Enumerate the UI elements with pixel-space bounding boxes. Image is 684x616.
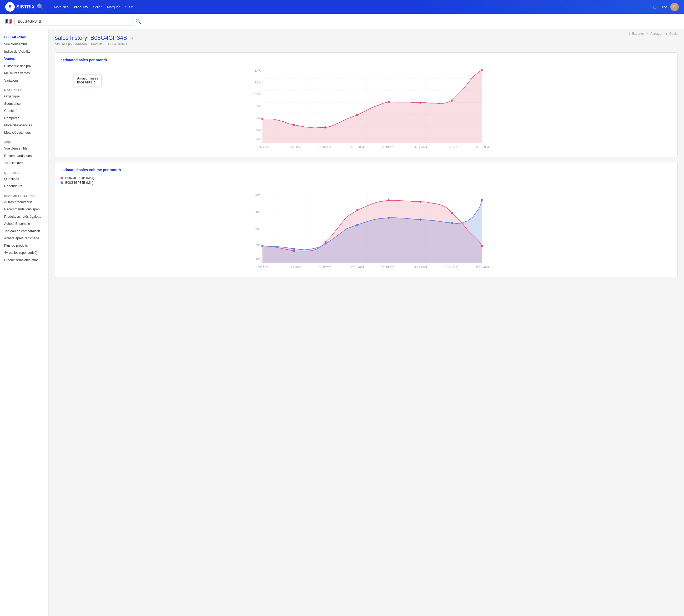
chart2-xlabel-5: 25.10.2023	[382, 266, 395, 269]
chart1-ylabel-400: 400	[256, 128, 260, 131]
chart2-blue-point	[451, 222, 453, 224]
chart2-blue-point	[293, 248, 295, 250]
main-header: S SISTRIX 🔍 Mots-clés Produits Seller Ma…	[0, 0, 684, 14]
sidebar-item-comparer[interactable]: Comparer	[0, 115, 48, 122]
logo-icon: S	[5, 2, 15, 12]
sidebar-item-recommandations[interactable]: Recommandations	[0, 152, 48, 160]
page-header: sales history: B08G4GP34B ↗ ⇓ Exporter <…	[55, 35, 678, 50]
nav-plus[interactable]: Plus ▾	[123, 4, 133, 10]
sidebar-section-top: B08G4GP34B Vue d'ensemble Indice de Visi…	[0, 34, 48, 84]
chart1-xlabel-3: 01.10.2023	[319, 146, 332, 149]
sidebar-item-4etoiles[interactable]: 4+ étoiles (sponsorisé)	[0, 249, 48, 257]
nav-seller[interactable]: Seller	[91, 4, 104, 10]
breadcrumb-product-id: B08G4GP34B	[107, 42, 127, 46]
chart2-blue-point	[419, 219, 421, 221]
chart1-xlabel-4: 13.10.2023	[350, 146, 364, 149]
action-buttons: ⇓ Exporter < Partager ▶ Guide	[628, 32, 678, 36]
chart2-legend: B08G4GP34B (Max) B08G4GP34B (Min)	[61, 176, 672, 184]
chart1-svg: 1.4K 1.2K 1000 800 600 400 200 07.09.202…	[61, 66, 672, 151]
sidebar-item-repondeurs[interactable]: Répondeurs	[0, 183, 48, 190]
sidebar-item-achete-ensemble[interactable]: Acheté Ensemble	[0, 220, 48, 228]
chart1-ylabel-12k: 1.2K	[255, 81, 261, 84]
sidebar-item-motscles-etendus[interactable]: Mots clés étendus	[0, 129, 48, 137]
sidebar-item-plus-produits[interactable]: Plus de produits	[0, 242, 48, 249]
breadcrumb-sep-1: ›	[88, 42, 89, 46]
chart2-legend-label-max: B08G4GP34B (Max)	[65, 176, 94, 180]
sidebar-item-tableau-comparaison[interactable]: Tableau de comparaison	[0, 228, 48, 235]
chart1-xlabel-8: 04.12.2023	[475, 146, 488, 149]
sidebar-section-avis-title: AVIS	[0, 138, 48, 145]
logo-text: SISTRIX	[16, 4, 35, 10]
logo[interactable]: S SISTRIX 🔍	[5, 2, 44, 12]
chart2-xlabel-2: 19.09.2023	[287, 266, 300, 269]
sidebar-item-autres-produits[interactable]: Autres produits vus	[0, 199, 48, 206]
nav-motscles[interactable]: Mots-clés	[52, 4, 71, 10]
chart1-point	[325, 126, 327, 129]
header-right: ⊞ Elisa E	[653, 3, 679, 11]
chart2-xlabel-6: 06.11.2023	[414, 266, 427, 269]
chart2-ylabel-10k: 10K	[255, 257, 261, 260]
sidebar-item-produits-achetes[interactable]: Produits achetés égale…	[0, 213, 48, 221]
sidebar-section-questions-title: QUESTIONS	[0, 169, 48, 176]
chart1-xlabel-7: 18.11.2023	[445, 146, 458, 149]
sidebar-item-avis-vue[interactable]: Vue d'ensemble	[0, 145, 48, 152]
search-icon: 🔍	[136, 19, 141, 24]
search-button[interactable]: 🔍	[136, 18, 141, 24]
search-input[interactable]	[15, 17, 133, 26]
chart1-container: Amazon sales B08G4GP34B 1.4K 1.2K	[61, 66, 672, 151]
sidebar-item-ventes[interactable]: Ventes	[0, 55, 48, 63]
sidebar-item-meilleures[interactable]: Meilleures ventes	[0, 70, 48, 77]
sidebar-item-tous-avis[interactable]: Tous les avis	[0, 159, 48, 167]
sidebar-section-recommandations-title: RECOMMANDATIONS	[0, 192, 48, 199]
sidebar-item-motscles-associes[interactable]: Mots-clés associés	[0, 122, 48, 129]
sidebar-item-organique[interactable]: Organique	[0, 93, 48, 100]
sidebar-product-id[interactable]: B08G4GP34B	[0, 34, 48, 41]
sidebar-item-sponsorise[interactable]: Sponsorisé	[0, 100, 48, 108]
chart-card-1: estimated sales per month Amazon sales B…	[55, 52, 678, 157]
nav-produits[interactable]: Produits	[72, 4, 90, 10]
chart1-point	[293, 124, 295, 126]
chart1-point	[481, 69, 483, 71]
chart2-xlabel-4: 13.10.2023	[350, 266, 364, 269]
flag-icon: 🇫🇷	[5, 18, 12, 24]
main-content: sales history: B08G4GP34B ↗ ⇓ Exporter <…	[49, 29, 684, 616]
main-nav: Mots-clés Produits Seller Marques Plus ▾	[52, 4, 133, 10]
chart1-ylabel-600: 600	[256, 116, 260, 119]
chart2-legend-dot-max	[61, 177, 63, 179]
guide-button[interactable]: ▶ Guide	[666, 32, 678, 36]
search-bar: 🇫🇷 🔍	[0, 14, 684, 29]
nav-marques[interactable]: Marques	[105, 4, 122, 10]
sidebar-item-questions[interactable]: Questions	[0, 176, 48, 183]
chart2-blue-point	[325, 242, 327, 245]
chart1-xlabel-5: 25.10.2023	[382, 146, 395, 149]
chart2-red-point	[419, 201, 421, 203]
sidebar-item-achete-apres[interactable]: Acheté après l'affichage	[0, 235, 48, 242]
chart2-ylabel-40k: 40K	[255, 210, 261, 214]
breadcrumb-sep-2: ›	[104, 42, 105, 46]
export-button[interactable]: ⇓ Exporter	[628, 32, 644, 36]
chart1-xlabel-1: 07.09.2023	[256, 146, 269, 149]
chart1-ylabel-200: 200	[256, 137, 260, 140]
chart2-ylabel-50k: 50K	[255, 193, 261, 196]
breadcrumb-produits[interactable]: Produits	[91, 42, 102, 46]
chart1-ylabel-14k: 1.4K	[255, 69, 261, 72]
external-link-icon[interactable]: ↗	[130, 36, 133, 41]
grid-icon[interactable]: ⊞	[653, 4, 657, 9]
sidebar-item-indice[interactable]: Indice de Visibilité	[0, 48, 48, 56]
export-icon: ⇓	[628, 32, 631, 36]
sidebar-item-historique[interactable]: Historique des prix	[0, 63, 48, 70]
breadcrumb-sistrix[interactable]: SISTRIX pour Amazon	[55, 42, 87, 46]
chart-card-2: estimated sales volume per month B08G4GP…	[55, 162, 678, 277]
chart2-xlabel-1: 07.09.2023	[256, 266, 269, 269]
sidebar-section-questions: QUESTIONS Questions Répondeurs	[0, 169, 48, 190]
sidebar-item-reco-spon[interactable]: Recommandations spon…	[0, 206, 48, 213]
share-button[interactable]: < Partager	[647, 32, 662, 36]
page-title-prefix: sales history:	[55, 35, 91, 41]
sidebar-item-produit-semblable[interactable]: Produit semblable aimé	[0, 257, 48, 264]
sidebar-item-vue-ensemble[interactable]: Vue d'ensemble	[0, 41, 48, 48]
chart1-point	[451, 100, 453, 102]
sidebar-item-combine[interactable]: Combiné	[0, 107, 48, 115]
sidebar-item-variations[interactable]: Variations	[0, 77, 48, 85]
avatar[interactable]: E	[670, 3, 679, 11]
chart2-red-point	[481, 245, 483, 247]
